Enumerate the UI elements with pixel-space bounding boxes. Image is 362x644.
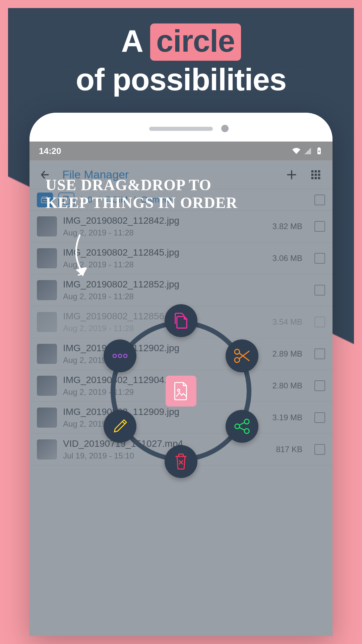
svg-line-20 [239,353,249,361]
list-item[interactable]: IMG_20190802_112852.jpgAug 2, 2019 - 11:… [29,274,333,306]
thumbnail [37,312,57,332]
file-meta: Aug 2, 2019 - 11:28 [63,228,256,237]
radial-delete-button[interactable] [165,445,197,478]
pencil-icon [112,418,128,434]
promo-frame: A circle of possibilities 14:20 File Man… [0,0,362,644]
headline-pre: A [121,24,150,58]
file-checkbox[interactable] [314,221,325,232]
thumbnail [37,344,57,364]
file-checkbox[interactable] [314,380,325,391]
headline-line1: A circle [0,23,362,61]
file-meta: Aug 2, 2019 - 11:28 [63,260,256,269]
scissors-icon [233,347,251,365]
wifi-icon [292,147,300,155]
svg-point-23 [235,424,240,429]
headline-highlight: circle [150,23,241,61]
radial-rename-button[interactable] [104,410,136,443]
signal-icon [304,147,312,155]
headline: A circle of possibilities [0,23,362,97]
svg-rect-6 [315,173,317,176]
svg-line-26 [239,428,245,430]
svg-rect-4 [318,170,320,172]
file-size: 3.82 MB [262,222,302,231]
radial-more-button[interactable] [104,339,136,372]
radial-cut-button[interactable] [226,339,258,372]
file-name: IMG_20190802_112842.jpg [63,215,256,226]
more-icon [111,353,129,359]
svg-point-18 [235,349,240,354]
phone-mockup: 14:20 File Manager [29,113,333,636]
thumbnail [37,376,57,396]
trash-icon [173,452,189,471]
thumbnail [37,216,57,236]
add-button[interactable] [282,165,301,184]
file-checkbox[interactable] [314,285,325,296]
svg-point-22 [244,419,249,424]
headline-line2: of possibilities [0,62,362,97]
svg-line-29 [122,422,125,424]
file-size: 817 KB [262,445,302,454]
svg-rect-5 [311,173,314,176]
radial-dragged-item[interactable] [166,376,196,407]
thumbnail [37,248,57,268]
hint-text: Use drag&drop to keep things in order [46,176,238,212]
thumbnail [37,280,57,300]
svg-point-17 [178,389,180,391]
list-item[interactable]: IMG_20190802_112845.jpgAug 2, 2019 - 11:… [29,243,333,274]
svg-rect-2 [311,170,314,172]
svg-point-30 [113,354,116,358]
svg-rect-7 [318,173,320,176]
file-name: IMG_20190802_112852.jpg [63,279,256,290]
svg-rect-8 [311,177,314,179]
list-item[interactable]: IMG_20190802_112842.jpgAug 2, 2019 - 11:… [29,211,333,243]
thumbnail [37,439,57,460]
file-name: IMG_20190802_112845.jpg [63,247,256,258]
hint-line: Use drag&drop to [46,176,238,194]
file-checkbox[interactable] [314,412,325,423]
image-file-icon [173,382,189,400]
svg-line-21 [239,351,249,359]
file-checkbox[interactable] [314,348,325,359]
file-checkbox[interactable] [314,253,325,264]
radial-share-button[interactable] [226,410,258,443]
copy-icon [173,312,189,330]
grid-view-button[interactable] [306,165,325,184]
radial-menu [111,321,251,462]
plus-icon [286,169,298,181]
status-right [292,147,323,155]
share-icon [233,418,251,435]
phone-camera [221,125,229,132]
file-size: 3.54 MB [262,317,302,327]
file-size: 2.80 MB [262,381,302,390]
select-all-checkbox[interactable] [314,195,325,205]
svg-point-32 [124,354,127,358]
radial-copy-button[interactable] [165,304,197,337]
svg-rect-10 [318,177,320,179]
svg-point-24 [244,429,249,433]
thumbnail [37,408,57,428]
file-size: 2.89 MB [262,349,302,359]
file-size: 3.06 MB [262,254,302,263]
svg-rect-3 [315,170,317,172]
file-name: IMG_20190802_112856.jpg [63,311,256,322]
file-size: 3.19 MB [262,413,302,422]
svg-line-25 [239,422,245,425]
grid-icon [310,169,321,180]
hint-line: keep things in order [46,194,238,212]
svg-point-19 [235,358,240,363]
svg-rect-9 [315,177,317,179]
phone-bezel [29,113,333,142]
phone-speaker [149,127,213,131]
file-checkbox[interactable] [314,444,325,455]
file-checkbox[interactable] [314,317,325,327]
svg-point-31 [118,354,122,358]
svg-rect-1 [318,147,320,148]
battery-icon [315,147,323,155]
status-time: 14:20 [39,146,61,156]
file-meta: Aug 2, 2019 - 11:28 [63,292,256,301]
status-bar: 14:20 [29,142,333,160]
